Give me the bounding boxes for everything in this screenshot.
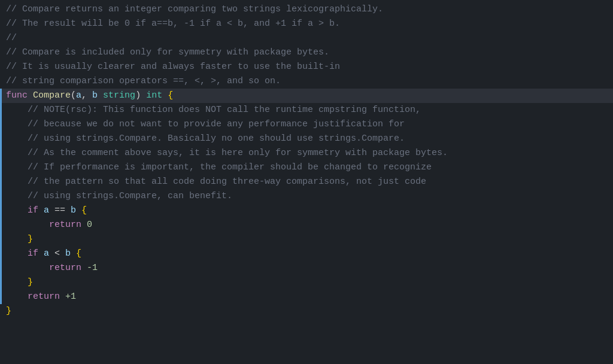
code-line: // NOTE(rsc): This function does NOT cal…	[0, 103, 613, 117]
line-border	[0, 290, 2, 304]
plain-token	[6, 263, 49, 273]
code-line: // The result will be 0 if a==b, -1 if a…	[0, 17, 613, 31]
line-border	[0, 117, 2, 132]
code-line: }	[0, 304, 613, 318]
comment-token: // string comparison operators ==, <, >,…	[6, 76, 281, 86]
keyword-token: return	[49, 263, 81, 273]
line-content: // It is usually clearer and always fast…	[0, 60, 613, 74]
code-line: return +1	[0, 290, 613, 304]
plain-token	[60, 292, 65, 302]
code-editor: // Compare returns an integer comparing …	[0, 0, 613, 364]
line-content: func Compare(a, b string) int {	[0, 89, 613, 103]
line-border	[0, 232, 2, 247]
comment-token: // As the comment above says, it is here…	[6, 148, 448, 158]
number-token: +1	[65, 292, 76, 302]
param-token: a	[44, 248, 49, 259]
comment-token: // It is usually clearer and always fast…	[6, 62, 340, 72]
plain-token	[6, 234, 28, 244]
comment-token: // the pattern so that all code doing th…	[6, 177, 426, 187]
code-line: // It is usually clearer and always fast…	[0, 60, 613, 74]
line-content: return -1	[0, 261, 613, 275]
plain-token	[38, 248, 44, 259]
plain-token	[81, 220, 87, 230]
code-line: return -1	[0, 261, 613, 275]
line-content: return +1	[0, 290, 613, 304]
comment-token: // using strings.Compare. Basically no o…	[6, 134, 405, 144]
code-line: if a < b {	[0, 247, 613, 261]
code-line: func Compare(a, b string) int {	[0, 89, 613, 103]
plain-token	[162, 90, 168, 101]
line-border	[0, 146, 2, 160]
code-line: // the pattern so that all code doing th…	[0, 175, 613, 189]
brace-token: }	[28, 277, 33, 287]
code-line: // because we do not want to provide any…	[0, 117, 613, 132]
keyword-token: func	[6, 90, 33, 101]
line-border	[0, 160, 2, 175]
comment-token: // If performance is important, the comp…	[6, 162, 432, 172]
plain-token	[6, 248, 28, 259]
comment-token: // Compare is included only for symmetry…	[6, 47, 329, 57]
comment-token: // NOTE(rsc): This function does NOT cal…	[6, 105, 421, 115]
plain-token: ,	[81, 90, 92, 101]
comment-token: // using strings.Compare, can benefit.	[6, 191, 232, 201]
comment-token: // Compare returns an integer comparing …	[6, 4, 383, 14]
line-content: if a < b {	[0, 247, 613, 261]
line-content: // Compare is included only for symmetry…	[0, 46, 613, 60]
line-border	[0, 132, 2, 146]
plain-token	[6, 220, 49, 230]
line-content: // Compare returns an integer comparing …	[0, 2, 613, 17]
param-token: a	[76, 90, 81, 101]
plain-token	[76, 205, 81, 216]
plain-token	[98, 90, 103, 101]
line-content: // NOTE(rsc): This function does NOT cal…	[0, 103, 613, 117]
keyword-token: return	[28, 292, 60, 302]
code-line: }	[0, 232, 613, 247]
line-content: }	[0, 232, 613, 247]
code-line: // using strings.Compare. Basically no o…	[0, 132, 613, 146]
line-border	[0, 103, 2, 117]
code-line: // Compare returns an integer comparing …	[0, 2, 613, 17]
line-content: return 0	[0, 218, 613, 232]
brace-token: }	[6, 306, 11, 316]
plain-token	[71, 248, 76, 259]
param-token: a	[44, 205, 49, 216]
plain-token: <	[49, 248, 65, 259]
line-border	[0, 89, 2, 103]
line-content: // because we do not want to provide any…	[0, 117, 613, 132]
brace-token: {	[76, 248, 81, 259]
plain-token	[81, 263, 87, 273]
brace-token: {	[81, 205, 87, 216]
func-name-token: Compare	[33, 90, 71, 101]
line-border	[0, 275, 2, 290]
code-line: }	[0, 275, 613, 290]
line-border	[0, 247, 2, 261]
line-content: //	[0, 31, 613, 46]
line-border	[0, 261, 2, 275]
code-line: // Compare is included only for symmetry…	[0, 46, 613, 60]
code-line: //	[0, 31, 613, 46]
line-border	[0, 204, 2, 218]
line-content: // string comparison operators ==, <, >,…	[0, 74, 613, 89]
line-content: }	[0, 275, 613, 290]
plain-token	[38, 205, 44, 216]
number-token: -1	[87, 263, 98, 273]
param-token: b	[92, 90, 98, 101]
type-token: string	[103, 90, 135, 101]
plain-token	[6, 277, 28, 287]
line-content: // As the comment above says, it is here…	[0, 146, 613, 160]
param-token: b	[71, 205, 76, 216]
plain-token: )	[135, 90, 146, 101]
line-content: }	[0, 304, 613, 318]
keyword-token: return	[49, 220, 81, 230]
plain-token: (	[71, 90, 76, 101]
code-line: if a == b {	[0, 204, 613, 218]
line-border	[0, 218, 2, 232]
line-content: // The result will be 0 if a==b, -1 if a…	[0, 17, 613, 31]
plain-token: ==	[49, 205, 71, 216]
keyword-token: if	[28, 248, 38, 259]
comment-token: // The result will be 0 if a==b, -1 if a…	[6, 19, 340, 29]
line-border	[0, 175, 2, 189]
type-token: int	[146, 90, 162, 101]
line-border	[0, 189, 2, 204]
number-token: 0	[87, 220, 92, 230]
